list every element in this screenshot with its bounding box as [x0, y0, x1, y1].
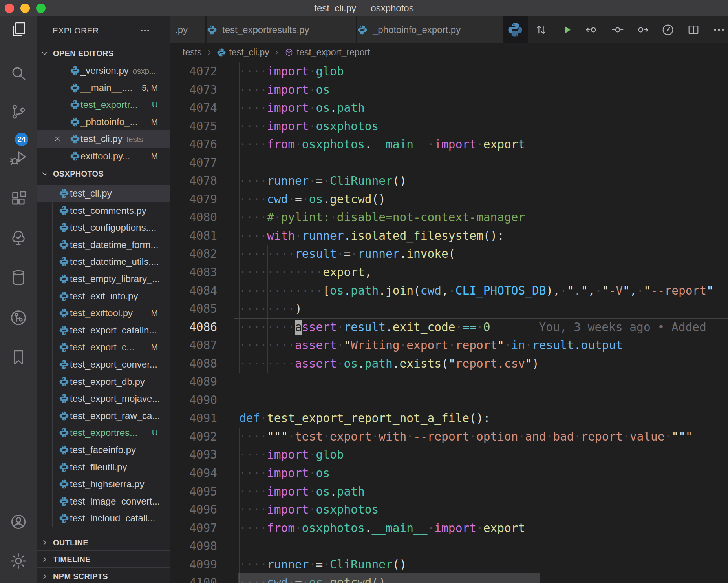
- code-line-4097[interactable]: 4097····from·osxphotos.__main__·import·e…: [170, 519, 728, 537]
- code-line-4077[interactable]: 4077: [170, 154, 728, 172]
- editor-action-next-change[interactable]: [636, 23, 649, 36]
- code-line-4095[interactable]: 4095····import·os.path: [170, 483, 728, 501]
- code-line-4089[interactable]: 4089: [170, 373, 728, 391]
- tree-item-test_export_raw_ca...[interactable]: test_export_raw_ca...: [37, 407, 170, 424]
- activity-item-search[interactable]: [0, 61, 37, 86]
- line-number: 4077: [170, 154, 217, 172]
- section-timeline[interactable]: TIMELINE: [37, 550, 170, 568]
- activity-item-database[interactable]: [0, 265, 37, 290]
- editor-action-file-history[interactable]: [661, 23, 675, 36]
- section-osxphotos[interactable]: OSXPHOTOS: [37, 165, 170, 182]
- file-label: test_datetime_utils....: [70, 253, 159, 270]
- tree-item-test_export_mojave...[interactable]: test_export_mojave...: [37, 390, 170, 407]
- activity-item-run-debug[interactable]: [0, 145, 37, 170]
- breadcrumb-item-tests[interactable]: tests: [183, 47, 202, 58]
- activity-item-bookmarks[interactable]: [0, 344, 37, 370]
- line-number: 4083: [170, 263, 217, 282]
- section-npm-scripts[interactable]: NPM SCRIPTS: [37, 567, 170, 583]
- editor-action-current-change[interactable]: [611, 23, 624, 36]
- line-number: 4084: [170, 282, 217, 300]
- tree-item-test_datetime_utils....[interactable]: test_datetime_utils....: [37, 253, 170, 270]
- code-line-4086[interactable]: 4086········assert·result.exit_code·==·0…: [170, 318, 728, 337]
- tree-item-test_export_catalin...[interactable]: test_export_catalin...: [37, 322, 170, 339]
- code-line-4099[interactable]: 4099····runner·=·CliRunner(): [170, 556, 728, 574]
- code-line-4093[interactable]: 4093····import·glob: [170, 446, 728, 464]
- open-editor-_photoinfo_...[interactable]: _photoinfo_...M: [37, 113, 170, 131]
- code-line-4075[interactable]: 4075····import·osxphotos: [170, 117, 728, 136]
- code-line-4073[interactable]: 4073····import·os: [170, 81, 728, 99]
- tree-item-test_export_conver...[interactable]: test_export_conver...: [37, 356, 170, 373]
- tree-item-test_comments.py[interactable]: test_comments.py: [37, 202, 170, 219]
- activity-item-test-explorer[interactable]: [0, 226, 37, 251]
- code-line-4092[interactable]: 4092····"""·test·export·with·--report·op…: [170, 428, 728, 446]
- breadcrumb-item-test_cli.py[interactable]: test_cli.py: [217, 47, 269, 58]
- tab-test_exportresults.py[interactable]: test_exportresults.py: [207, 16, 356, 43]
- tab-label: _photoinfo_export.py: [373, 24, 461, 35]
- section-open-editors[interactable]: OPEN EDITORS: [37, 45, 170, 62]
- tree-item-test_incloud_catali...[interactable]: test_incloud_catali...: [37, 510, 170, 527]
- tree-item-test_image_convert...[interactable]: test_image_convert...: [37, 493, 170, 510]
- code-line-4074[interactable]: 4074····import·os.path: [170, 99, 728, 117]
- close-icon[interactable]: [53, 135, 62, 143]
- code-line-4078[interactable]: 4078····runner·=·CliRunner(): [170, 172, 728, 190]
- line-number: 4072: [170, 62, 217, 81]
- activity-item-settings[interactable]: [0, 548, 37, 574]
- sidebar-more-actions-icon[interactable]: [139, 25, 150, 36]
- open-editor-test_cli.py[interactable]: test_cli.pytests: [37, 130, 170, 148]
- code-line-4087[interactable]: 4087········assert·"Writing·export·repor…: [170, 336, 728, 355]
- code-line-4096[interactable]: 4096····import·osxphotos: [170, 501, 728, 519]
- code-line-4081[interactable]: 4081····with·runner.isolated_filesystem(…: [170, 227, 728, 245]
- editor-action-more-actions[interactable]: [712, 23, 726, 36]
- activity-item-extensions[interactable]: [0, 186, 37, 211]
- python-file-icon: [59, 394, 69, 404]
- tree-item-test_export_db.py[interactable]: test_export_db.py: [37, 373, 170, 390]
- editor-action-compare-changes[interactable]: [534, 23, 548, 36]
- activity-item-account[interactable]: [0, 509, 37, 534]
- line-number: 4074: [170, 99, 217, 117]
- code-line-4090[interactable]: 4090: [170, 391, 728, 410]
- code-line-4072[interactable]: 4072····import·glob: [170, 62, 728, 81]
- breadcrumb-item-test_export_report[interactable]: test_export_report: [284, 47, 370, 58]
- code-line-4088[interactable]: 4088········assert·os.path.exists("repor…: [170, 355, 728, 373]
- open-editor-__main__....[interactable]: __main__....5, M: [37, 79, 170, 97]
- tree-item-test_configoptions....[interactable]: test_configoptions....: [37, 219, 170, 236]
- tab-.py[interactable]: .py: [170, 16, 205, 43]
- activity-item-source-control[interactable]: [0, 99, 37, 124]
- editor-action-python-interpreter[interactable]: [503, 16, 528, 43]
- tree-item-test_empty_library_...[interactable]: test_empty_library_...: [37, 270, 170, 288]
- code-line-4082[interactable]: 4082········result·=·runner.invoke(: [170, 245, 728, 263]
- open-editor-_version.py[interactable]: _version.pyosxp...: [37, 62, 170, 79]
- code-line-4084[interactable]: 4084············[os.path.join(cwd,·CLI_P…: [170, 282, 728, 300]
- file-label: test_fileutil.py: [70, 459, 127, 476]
- section-outline[interactable]: OUTLINE: [37, 534, 170, 551]
- code-line-4085[interactable]: 4085········): [170, 300, 728, 318]
- tree-item-test_exif_info.py[interactable]: test_exif_info.py: [37, 288, 170, 305]
- tree-item-test_cli.py[interactable]: test_cli.py: [37, 185, 170, 202]
- code-line-4094[interactable]: 4094····import·os: [170, 464, 728, 483]
- editor-action-split-editor[interactable]: [687, 23, 700, 36]
- tree-item-test_exiftool.py[interactable]: test_exiftool.pyM: [37, 304, 170, 322]
- horizontal-scrollbar[interactable]: [238, 573, 540, 583]
- tree-item-test_exportres...[interactable]: test_exportres...U: [37, 424, 170, 441]
- activity-item-gitlens[interactable]: [0, 305, 37, 330]
- tab-_photoinfo_export.py[interactable]: _photoinfo_export.py: [357, 16, 503, 43]
- code-line-4083[interactable]: 4083············export,: [170, 263, 728, 282]
- code-line-4091[interactable]: 4091def·test_export_report_not_a_file():: [170, 409, 728, 428]
- activity-item-explorer[interactable]: [0, 17, 37, 42]
- tree-item-test_highsierra.py[interactable]: test_highsierra.py: [37, 476, 170, 493]
- code-line-4076[interactable]: 4076····from·osxphotos.__main__·import·e…: [170, 135, 728, 154]
- editor-action-run-file[interactable]: [560, 23, 573, 36]
- code-editor[interactable]: 4072····import·glob4073····import·os4074…: [170, 62, 728, 583]
- code-line-4079[interactable]: 4079····cwd·=·os.getcwd(): [170, 190, 728, 209]
- open-editor-exiftool.py...[interactable]: exiftool.py...M: [37, 148, 170, 165]
- tree-item-test_fileutil.py[interactable]: test_fileutil.py: [37, 459, 170, 476]
- editor-action-previous-change[interactable]: [585, 23, 598, 36]
- code-line-4098[interactable]: 4098: [170, 537, 728, 556]
- tree-item-test_faceinfo.py[interactable]: test_faceinfo.py: [37, 441, 170, 459]
- open-editor-test_exportr...[interactable]: test_exportr...U: [37, 96, 170, 113]
- code-line-4080[interactable]: 4080····#·pylint:·disable=not-context-ma…: [170, 208, 728, 227]
- tree-item-test_export_c...[interactable]: test_export_c...M: [37, 339, 170, 356]
- python-file-icon: [59, 359, 69, 370]
- git-status-badge: M: [151, 304, 158, 322]
- tree-item-test_datetime_form...[interactable]: test_datetime_form...: [37, 236, 170, 253]
